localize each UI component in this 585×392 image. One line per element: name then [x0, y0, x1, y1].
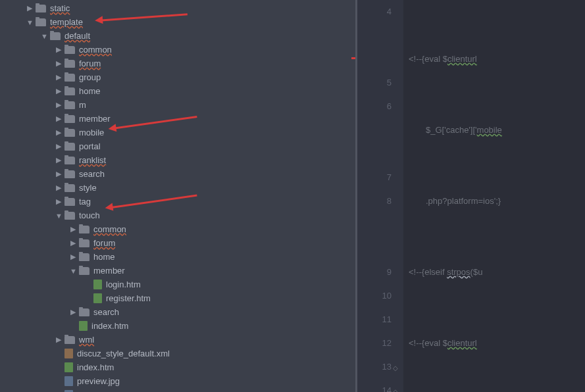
tree-item-member[interactable]: ▼member [0, 264, 355, 278]
chevron-right-icon[interactable]: ▶ [55, 170, 62, 178]
chevron-right-icon[interactable]: ▶ [55, 142, 62, 151]
tree-item-label: template [50, 17, 83, 27]
chevron-right-icon[interactable]: ▶ [55, 73, 62, 82]
line-number [357, 237, 392, 260]
file-icon [93, 280, 102, 289]
tree-item-search[interactable]: ▶search [0, 167, 355, 181]
tree-item-group[interactable]: ▶group [0, 70, 355, 84]
chevron-right-icon[interactable]: ▶ [70, 253, 76, 261]
tree-item-label: member [93, 266, 125, 276]
chevron-right-icon[interactable]: ▶ [55, 128, 62, 137]
chevron-right-icon[interactable]: ▶ [55, 101, 62, 109]
tree-item-label: discuz_style_default.xml [77, 349, 170, 358]
tree-item-preview-jpg[interactable]: ▶preview.jpg [0, 374, 355, 388]
tree-item-default[interactable]: ▼default [0, 29, 355, 43]
tree-item-forum[interactable]: ▶forum [0, 236, 355, 250]
file-tree[interactable]: ▶static▼template▼default▶common▶forum▶gr… [0, 0, 355, 392]
chevron-down-icon[interactable]: ▼ [26, 18, 33, 26]
chevron-right-icon[interactable]: ▶ [55, 156, 62, 164]
tree-item-search[interactable]: ▶search [0, 305, 355, 319]
tree-item-m[interactable]: ▶m [0, 98, 355, 112]
chevron-right-icon[interactable]: ▶ [55, 59, 62, 68]
code-line: <!--{eval $clienturl [409, 331, 585, 355]
tree-item-label: group [79, 72, 101, 82]
chevron-right-icon[interactable]: ▶ [26, 4, 33, 12]
folder-icon [64, 60, 75, 68]
tree-item-static[interactable]: ▶static [0, 1, 355, 15]
chevron-right-icon[interactable]: ▶ [55, 335, 62, 344]
folder-icon [64, 115, 75, 123]
tree-item-preview-large-jpg[interactable]: ▶preview_large.jpg [0, 388, 355, 392]
tree-item-mobile[interactable]: ▶mobile [0, 126, 355, 139]
chevron-down-icon[interactable]: ▼ [41, 32, 47, 40]
tree-item-label: preview.jpg [77, 376, 120, 386]
chevron-right-icon[interactable]: ▶ [55, 197, 62, 206]
folder-icon [64, 46, 75, 54]
line-number: 13 [357, 355, 392, 379]
file-icon [64, 349, 73, 358]
tree-item-discuz-style-default-xml[interactable]: ▶discuz_style_default.xml [0, 347, 355, 360]
tree-item-index-htm[interactable]: ▶index.htm [0, 360, 355, 374]
tree-item-portal[interactable]: ▶portal [0, 139, 355, 153]
chevron-right-icon[interactable]: ▶ [70, 239, 76, 247]
tree-item-label: forum [93, 238, 115, 248]
folder-icon [64, 170, 75, 178]
code-line: .php?platform=ios';} [409, 189, 585, 213]
folder-icon [50, 32, 61, 40]
chevron-down-icon[interactable]: ▼ [70, 267, 76, 275]
line-number: 10 [357, 284, 392, 308]
tree-item-label: search [93, 307, 119, 317]
tree-item-index-htm[interactable]: ▶index.htm [0, 319, 355, 333]
line-number [357, 47, 392, 71]
file-icon [93, 293, 102, 303]
line-gutter: ◇ ◇ 4567891011121314 [357, 0, 403, 392]
tree-item-label: forum [79, 59, 101, 68]
tree-item-login-htm[interactable]: ▶login.htm [0, 278, 355, 291]
code-line: $_G['cache']['mobile [409, 118, 585, 142]
splitter-caret [351, 57, 355, 59]
tree-item-style[interactable]: ▶style [0, 181, 355, 195]
chevron-right-icon[interactable]: ▶ [70, 225, 76, 233]
tree-item-label: home [79, 86, 101, 96]
tree-item-common[interactable]: ▶common [0, 222, 355, 236]
code-area[interactable]: <!--{eval $clienturl $_G['cache']['mobil… [403, 0, 585, 392]
folder-icon [64, 87, 75, 95]
line-number [357, 24, 392, 47]
tree-item-register-htm[interactable]: ▶register.htm [0, 291, 355, 305]
fold-marker[interactable]: ◇ [393, 356, 398, 380]
tree-item-home[interactable]: ▶home [0, 84, 355, 98]
chevron-right-icon[interactable]: ▶ [55, 45, 62, 54]
tree-item-home[interactable]: ▶home [0, 250, 355, 264]
folder-icon [64, 143, 75, 151]
tree-item-label: common [93, 224, 126, 234]
chevron-right-icon[interactable]: ▶ [55, 87, 62, 95]
folder-icon [36, 5, 46, 12]
fold-marker[interactable]: ◇ [393, 380, 398, 392]
line-number: 9 [357, 260, 392, 284]
code-editor[interactable]: ◇ ◇ 4567891011121314 <!--{eval $clientur… [357, 0, 585, 392]
tree-item-template[interactable]: ▼template [0, 15, 355, 29]
tree-item-common[interactable]: ▶common [0, 43, 355, 57]
folder-icon [64, 74, 75, 82]
tree-item-label: static [50, 3, 70, 13]
chevron-right-icon[interactable]: ▶ [55, 114, 62, 123]
folder-icon [79, 267, 89, 275]
folder-icon [64, 198, 75, 206]
folder-icon [79, 308, 89, 316]
tree-item-label: login.htm [106, 280, 141, 289]
tree-item-ranklist[interactable]: ▶ranklist [0, 153, 355, 167]
tree-item-label: default [64, 31, 90, 41]
tree-item-label: wml [79, 335, 94, 345]
line-number: 14 [357, 379, 392, 392]
tree-item-label: style [79, 183, 97, 193]
tree-item-forum[interactable]: ▶forum [0, 57, 355, 70]
chevron-right-icon[interactable]: ▶ [70, 308, 76, 316]
line-number [357, 118, 392, 142]
chevron-right-icon[interactable]: ▶ [55, 184, 62, 192]
line-number: 11 [357, 308, 392, 331]
folder-icon [64, 336, 75, 344]
tree-item-touch[interactable]: ▼touch [0, 208, 355, 222]
file-icon [64, 376, 73, 386]
chevron-down-icon[interactable]: ▼ [55, 212, 62, 220]
tree-item-wml[interactable]: ▶wml [0, 333, 355, 347]
